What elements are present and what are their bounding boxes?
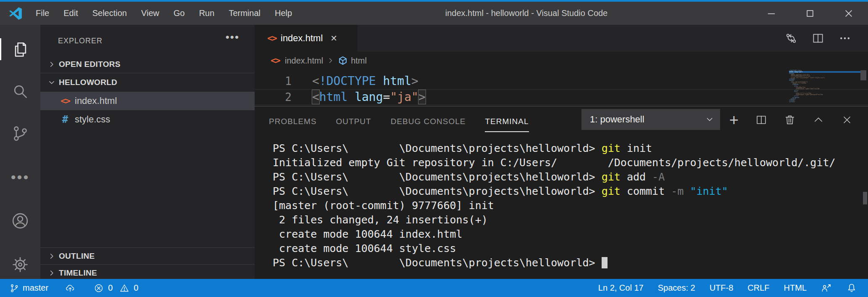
section-outline[interactable]: OUTLINE [40, 247, 255, 264]
panel-actions: + [729, 106, 853, 133]
panel-tab-output[interactable]: OUTPUT [336, 117, 371, 127]
chevron-right-icon [327, 57, 334, 64]
menu-help[interactable]: Help [268, 2, 299, 25]
code-token: < [312, 74, 319, 88]
section-folder-helloworld[interactable]: HELLOWORLD [40, 73, 255, 92]
code-line-text: <html lang="ja"> [312, 89, 426, 105]
menu-terminal[interactable]: Terminal [221, 2, 268, 25]
branch-name: master [23, 283, 48, 293]
account-icon[interactable] [0, 207, 40, 234]
sidebar-title: EXPLORER [40, 32, 255, 49]
code-token: create mode 100644 index.html [273, 228, 463, 240]
maximize-icon[interactable] [791, 2, 829, 25]
file-item-index-html[interactable]: <> index.html [40, 92, 255, 110]
status-crlf[interactable]: CRLF [747, 283, 769, 293]
problems-status[interactable]: 0 0 [94, 283, 138, 293]
terminal-line: create mode 100644 index.html [273, 227, 868, 241]
shell-select-value: 1: powershell [590, 114, 644, 125]
close-icon[interactable] [829, 2, 868, 25]
menu-edit[interactable]: Edit [56, 2, 85, 25]
code-line-text: <!DOCTYPE html> [312, 73, 418, 89]
code-token: "init" [690, 185, 728, 197]
code-token: [master (root-commit) 9777660] init [273, 199, 494, 212]
feedback-icon[interactable] [821, 283, 832, 294]
chevron-right-icon [48, 61, 55, 68]
terminal-line: create mode 100644 style.css [273, 241, 868, 256]
terminal-output[interactable]: PS C:\Users\ \Documents\projects\hellowo… [255, 137, 868, 279]
minimap[interactable]: <!DOCTYPE html><html lang="ja"><head> <m… [789, 70, 860, 106]
explorer-sidebar: EXPLORER ••• OPEN EDITORS HELLOWORLD <> … [40, 25, 255, 279]
maximize-panel-chevron-up-icon[interactable] [813, 114, 824, 126]
panel-tab-debug-console[interactable]: DEBUG CONSOLE [391, 117, 466, 127]
sidebar-more-actions-icon[interactable]: ••• [226, 31, 239, 44]
section-timeline[interactable]: TIMELINE [40, 264, 255, 281]
section-label: OUTLINE [59, 252, 95, 261]
notifications-bell-icon[interactable] [846, 283, 857, 294]
menu-file[interactable]: File [29, 2, 56, 25]
code-token: -m [671, 185, 684, 197]
split-editor-icon[interactable] [812, 32, 824, 45]
editor-scrollbar[interactable] [860, 70, 866, 80]
vscode-logo-icon [8, 6, 23, 21]
tab-close-icon[interactable]: ✕ [330, 33, 337, 43]
warning-count: 0 [134, 283, 138, 293]
terminal-scrollbar[interactable] [863, 192, 867, 204]
minimize-icon[interactable] [752, 2, 791, 25]
terminal-line: PS C:\Users\ \Documents\projects\hellowo… [273, 184, 868, 199]
chevron-right-icon [48, 252, 55, 260]
source-control-icon[interactable] [0, 120, 40, 147]
panel-tab-terminal[interactable]: TERMINAL [485, 117, 529, 127]
code-token: !DOCTYPE [319, 74, 376, 88]
error-count: 0 [108, 283, 113, 293]
panel-tab-problems[interactable]: PROBLEMS [269, 117, 317, 127]
status-html[interactable]: HTML [784, 283, 807, 293]
titlebar: FileEditSelectionViewGoRunTerminalHelp i… [0, 0, 868, 25]
errors-icon [94, 283, 104, 293]
split-terminal-icon[interactable] [755, 114, 767, 126]
terminal-shell-select[interactable]: 1: powershell [581, 109, 720, 130]
code-token: git [602, 171, 621, 183]
status-spaces-2[interactable]: Spaces: 2 [658, 283, 695, 293]
code-line[interactable]: 2<html lang="ja"> [255, 89, 868, 105]
search-icon[interactable] [0, 78, 40, 105]
window-accent-border [0, 0, 868, 2]
status-utf-8[interactable]: UTF-8 [710, 283, 734, 293]
code-token: = [383, 90, 390, 104]
git-branch-icon [9, 283, 19, 293]
vscode-window: FileEditSelectionViewGoRunTerminalHelp i… [0, 0, 868, 297]
menu-view[interactable]: View [134, 2, 166, 25]
breadcrumb-symbol[interactable]: html [351, 56, 367, 66]
status-ln-2-col-17[interactable]: Ln 2, Col 17 [598, 283, 644, 293]
css-file-icon: # [59, 114, 71, 125]
more-actions-icon[interactable] [839, 32, 851, 45]
close-panel-icon[interactable] [841, 114, 853, 126]
menu-go[interactable]: Go [166, 2, 192, 25]
code-editor[interactable]: 1<!DOCTYPE html>2<html lang="ja"> [255, 69, 868, 106]
code-token: commit [621, 185, 671, 197]
file-item-style-css[interactable]: # style.css [40, 110, 255, 128]
branch-status[interactable]: master [9, 283, 48, 293]
warnings-icon [119, 283, 129, 293]
chevron-down-icon [48, 79, 55, 86]
more-icon[interactable]: ••• [0, 164, 40, 191]
section-open-editors[interactable]: OPEN EDITORS [40, 56, 255, 73]
new-terminal-plus-icon[interactable]: + [729, 114, 739, 126]
menu-selection[interactable]: Selection [85, 2, 134, 25]
code-token: git [602, 142, 621, 154]
terminal-cursor [602, 257, 608, 268]
code-token: html [376, 74, 411, 88]
status-bar: master 0 0 Ln 2, Col 17Spaces: 2UTF-8CRL… [0, 279, 868, 297]
sync-status[interactable] [65, 283, 75, 293]
settings-gear-icon[interactable] [0, 251, 40, 278]
breadcrumb-file[interactable]: index.html [285, 56, 323, 66]
menu-run[interactable]: Run [192, 2, 222, 25]
code-token: 2 files changed, 24 insertions(+) [273, 214, 488, 226]
code-token: init [621, 142, 652, 154]
kill-terminal-trash-icon[interactable] [784, 114, 796, 126]
code-token [684, 185, 690, 197]
open-changes-icon[interactable] [785, 32, 797, 45]
code-line[interactable]: 1<!DOCTYPE html> [255, 73, 868, 89]
tab-index-html[interactable]: <> index.html ✕ [255, 25, 358, 52]
line-number: 1 [255, 73, 292, 89]
explorer-files-icon[interactable] [0, 36, 40, 63]
